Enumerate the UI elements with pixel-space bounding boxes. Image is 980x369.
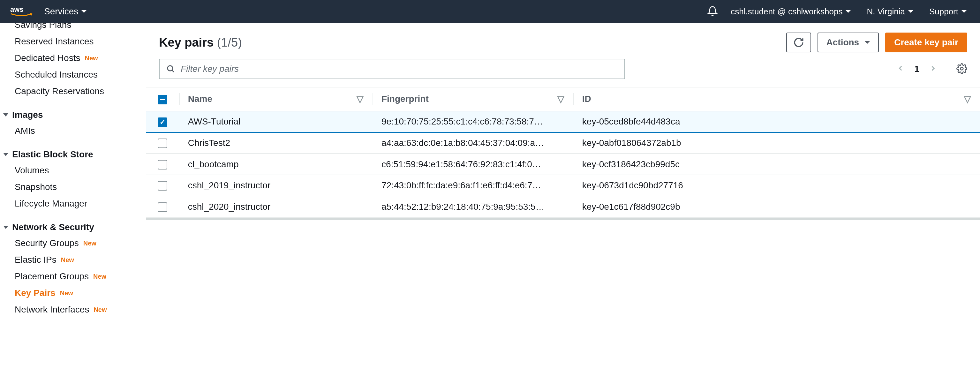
services-label: Services (44, 6, 78, 17)
horizontal-scrollbar[interactable] (146, 218, 980, 220)
page-title-count: (1/5) (217, 36, 242, 49)
caret-down-icon (3, 113, 8, 116)
sidebar-item[interactable]: Key PairsNew (0, 285, 146, 301)
column-name-header[interactable]: Name ▽ (179, 87, 372, 111)
sidebar-item[interactable]: Dedicated HostsNew (0, 50, 146, 67)
sidebar-item-label: Lifecycle Manager (15, 199, 87, 209)
support-label: Support (929, 7, 958, 17)
column-fingerprint-header[interactable]: Fingerprint ▽ (372, 87, 573, 111)
cell-id: key-05ced8bfe44d483ca (573, 111, 980, 132)
new-badge: New (93, 273, 106, 280)
sidebar-item-label: Placement Groups (15, 271, 89, 282)
actions-label: Actions (826, 37, 859, 48)
filter-field[interactable] (159, 59, 625, 79)
sidebar-item-label: Savings Plans (15, 23, 71, 30)
new-badge: New (61, 256, 74, 264)
refresh-button[interactable] (786, 33, 811, 52)
table-row[interactable]: cshl_2020_instructora5:44:52:12:b9:24:18… (146, 196, 980, 217)
account-menu[interactable]: cshl.student @ cshlworkshops (731, 7, 854, 17)
sidebar-item[interactable]: Security GroupsNew (0, 235, 146, 251)
caret-down-icon (846, 10, 851, 13)
sidebar-item-label: AMIs (15, 126, 35, 136)
sidebar-item[interactable]: AMIs (0, 122, 146, 139)
sidebar-item[interactable]: Reserved Instances (0, 33, 146, 50)
row-checkbox[interactable] (158, 160, 167, 170)
cell-fingerprint: c6:51:59:94:e1:58:64:76:92:83:c1:4f:0… (372, 154, 573, 175)
sidebar-item-label: Network Interfaces (15, 305, 89, 315)
create-key-pair-button[interactable]: Create key pair (885, 33, 967, 52)
top-navigation: aws Services cshl.student @ cshlworkshop… (0, 0, 980, 23)
aws-logo-icon: aws (10, 5, 33, 18)
refresh-icon (793, 37, 804, 48)
svg-point-1 (168, 65, 173, 70)
caret-down-icon (3, 226, 8, 229)
sidebar-section-header[interactable]: Elastic Block Store (0, 147, 146, 162)
cell-name: AWS-Tutorial (179, 111, 372, 132)
sidebar-item[interactable]: Snapshots (0, 179, 146, 196)
services-menu[interactable]: Services (44, 6, 90, 17)
sidebar-item-label: Dedicated Hosts (15, 53, 80, 63)
search-icon (166, 64, 175, 74)
row-checkbox[interactable] (158, 181, 167, 191)
new-badge: New (60, 289, 73, 297)
pagination: 1 (896, 63, 967, 75)
table-row[interactable]: AWS-Tutorial9e:10:70:75:25:55:c1:c4:c6:7… (146, 111, 980, 132)
cell-fingerprint: 72:43:0b:ff:fc:da:e9:6a:f1:e6:ff:d4:e6:7… (372, 175, 573, 196)
sort-caret-icon: ▽ (964, 94, 971, 104)
create-label: Create key pair (894, 37, 958, 48)
page-header: Key pairs (1/5) Actions (146, 23, 980, 59)
sidebar-item[interactable]: Lifecycle Manager (0, 196, 146, 212)
next-page-button[interactable] (929, 63, 937, 75)
sidebar-item-label: Volumes (15, 165, 49, 176)
page-title-text: Key pairs (159, 36, 213, 49)
region-menu[interactable]: N. Virginia (867, 7, 916, 17)
sidebar-item-label: Reserved Instances (15, 37, 94, 47)
sidebar-item[interactable]: Network InterfacesNew (0, 301, 146, 318)
cell-fingerprint: a4:aa:63:dc:0e:1a:b8:04:45:37:04:09:a… (372, 132, 573, 154)
actions-button[interactable]: Actions (818, 33, 879, 52)
sidebar-section-title: Network & Security (12, 222, 94, 232)
row-checkbox[interactable] (158, 118, 167, 127)
sidebar-item[interactable]: Volumes (0, 162, 146, 179)
region-label: N. Virginia (867, 7, 905, 17)
sidebar-item[interactable]: Placement GroupsNew (0, 268, 146, 285)
caret-down-icon (961, 10, 967, 13)
column-id-header[interactable]: ID ▽ (573, 87, 980, 111)
sidebar-item[interactable]: Scheduled Instances (0, 67, 146, 83)
row-checkbox[interactable] (158, 138, 167, 148)
sort-caret-icon: ▽ (356, 94, 364, 104)
cell-id: key-0cf3186423cb99d5c (573, 154, 980, 175)
sidebar-section-header[interactable]: Images (0, 107, 146, 122)
select-all-header (146, 87, 179, 111)
sidebar-item[interactable]: Elastic IPsNew (0, 251, 146, 268)
cell-id: key-0e1c617f88d902c9b (573, 196, 980, 217)
page-number: 1 (914, 64, 920, 74)
aws-logo[interactable]: aws (10, 5, 33, 18)
main-content: Key pairs (1/5) Actions (146, 23, 980, 369)
support-menu[interactable]: Support (929, 7, 970, 17)
table-row[interactable]: cshl_2019_instructor72:43:0b:ff:fc:da:e9… (146, 175, 980, 196)
table-row[interactable]: ChrisTest2a4:aa:63:dc:0e:1a:b8:04:45:37:… (146, 132, 980, 154)
sidebar-item[interactable]: Savings Plans (0, 23, 146, 33)
filter-input[interactable] (181, 64, 618, 74)
caret-down-icon (908, 10, 913, 13)
cell-name: cl_bootcamp (179, 154, 372, 175)
cell-name: cshl_2019_instructor (179, 175, 372, 196)
caret-down-icon (81, 10, 86, 13)
sidebar-section-header[interactable]: Network & Security (0, 219, 146, 235)
sidebar-item-label: Capacity Reservations (15, 86, 104, 96)
sidebar-navigation: Savings PlansReserved InstancesDedicated… (0, 23, 146, 369)
cell-id: key-0673d1dc90bd27716 (573, 175, 980, 196)
row-checkbox[interactable] (158, 202, 167, 212)
cell-fingerprint: 9e:10:70:75:25:55:c1:c4:c6:78:73:58:7… (372, 111, 573, 132)
notifications-icon[interactable] (707, 6, 718, 17)
prev-page-button[interactable] (896, 63, 905, 75)
new-badge: New (94, 306, 107, 313)
sidebar-item[interactable]: Capacity Reservations (0, 83, 146, 100)
page-title: Key pairs (1/5) (159, 36, 242, 49)
table-row[interactable]: cl_bootcampc6:51:59:94:e1:58:64:76:92:83… (146, 154, 980, 175)
sidebar-item-label: Snapshots (15, 182, 57, 192)
select-all-checkbox[interactable] (158, 95, 167, 104)
sidebar-item-label: Elastic IPs (15, 255, 57, 265)
settings-button[interactable] (956, 63, 967, 75)
